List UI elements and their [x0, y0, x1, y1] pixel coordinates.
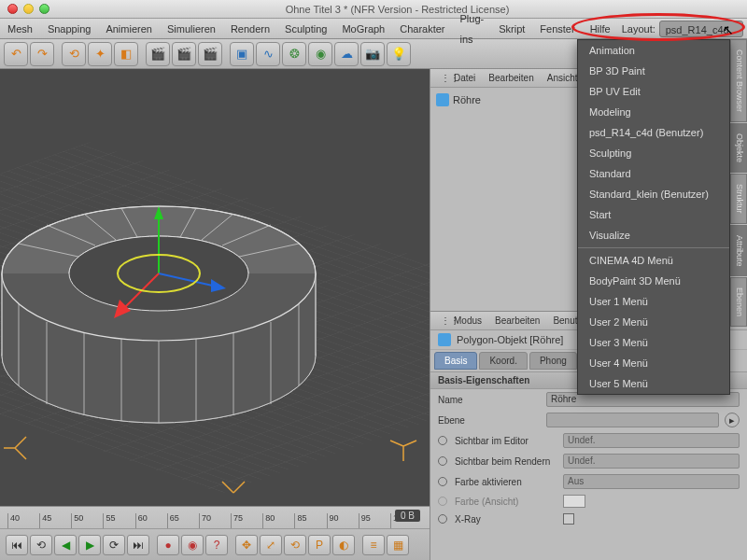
primitive-button[interactable]: ▣ [230, 42, 254, 66]
attr-title: Polygon-Objekt [Röhre] [457, 334, 563, 345]
pla-button[interactable]: ◐ [332, 535, 355, 555]
key-options-button[interactable]: ? [205, 535, 228, 555]
scale-key-button[interactable]: ⤢ [260, 535, 282, 555]
radio-icon[interactable] [438, 456, 447, 466]
dope-button[interactable]: ▦ [387, 535, 409, 555]
fcurve-button[interactable]: ≡ [362, 535, 385, 555]
xray-checkbox[interactable] [563, 513, 574, 525]
polygon-icon [438, 333, 451, 346]
dd-psd[interactable]: psd_R14_c4d (Benutzer) [578, 122, 729, 143]
prop-label-xr: X-Ray [455, 514, 557, 525]
camera-button[interactable]: 📷 [360, 42, 385, 66]
obj-menu-file[interactable]: Datei [447, 73, 482, 83]
attr-menu-mode[interactable]: Modus [447, 315, 488, 326]
menu-simulate[interactable]: Simulieren [160, 19, 223, 39]
render-settings-button[interactable]: 🎬 [198, 42, 222, 66]
light-button[interactable]: 💡 [387, 42, 411, 66]
close-icon[interactable] [7, 4, 18, 14]
color-activate-select[interactable]: Aus [563, 474, 740, 489]
render-region-button[interactable]: 🎬 [172, 42, 196, 66]
render-button[interactable]: 🎬 [146, 42, 170, 66]
dd-user4[interactable]: User 4 Menü [578, 353, 729, 373]
menu-sculpting[interactable]: Sculpting [277, 19, 334, 39]
menu-script[interactable]: Skript [491, 19, 532, 39]
rotate-key-button[interactable]: ⟲ [284, 535, 306, 555]
layer-picker-icon[interactable]: ▸ [725, 413, 740, 427]
next-key-button[interactable]: ⟳ [103, 535, 125, 555]
attr-menu-edit[interactable]: Bearbeiten [488, 315, 546, 326]
dd-bp3dpaint[interactable]: BP 3D Paint [578, 61, 729, 81]
side-tab-structure[interactable]: Struktur [730, 174, 747, 224]
dd-modeling[interactable]: Modeling [578, 102, 729, 122]
radio-icon[interactable] [438, 436, 447, 445]
menu-help[interactable]: Hilfe [583, 19, 618, 39]
axis-button[interactable]: ✦ [88, 42, 112, 66]
timeline-panel: 40 45 50 55 60 65 70 75 80 85 90 95 100 … [0, 506, 430, 560]
deformer-button[interactable]: ◉ [308, 42, 332, 66]
dd-user1[interactable]: User 1 Menü [578, 291, 729, 312]
goto-start-button[interactable]: ⏮ [6, 535, 28, 555]
tab-koord[interactable]: Koord. [479, 352, 527, 370]
menu-plugins[interactable]: Plug-ins [453, 8, 492, 49]
param-key-button[interactable]: P [308, 535, 331, 555]
3d-viewport[interactable] [0, 69, 430, 506]
prop-label-se: Sichtbar im Editor [455, 436, 557, 446]
autokey-button[interactable]: ◉ [181, 535, 204, 555]
move-key-button[interactable]: ✥ [235, 535, 258, 555]
rotate-button[interactable]: ⟲ [62, 42, 86, 66]
menu-snapping[interactable]: Snapping [40, 19, 99, 39]
dropdown-separator [578, 247, 729, 248]
dd-start[interactable]: Start [578, 204, 729, 225]
dd-c4dmenu[interactable]: CINEMA 4D Menü [578, 250, 729, 271]
timeline-ruler[interactable]: 40 45 50 55 60 65 70 75 80 85 90 95 100 … [0, 507, 430, 529]
dd-bpuvedit[interactable]: BP UV Edit [578, 81, 729, 102]
side-tabs: Content Browser Objekte Struktur Attribu… [730, 39, 747, 328]
redo-button[interactable]: ↷ [30, 42, 54, 66]
play-button[interactable]: ▶ [78, 535, 101, 555]
menu-animate[interactable]: Animieren [98, 19, 160, 39]
editor-vis-select[interactable]: Undef. [563, 433, 740, 448]
side-tab-attributes[interactable]: Attribute [730, 225, 747, 277]
prev-key-button[interactable]: ⟲ [30, 535, 52, 555]
render-vis-select[interactable]: Undef. [563, 454, 740, 469]
menu-render[interactable]: Rendern [223, 19, 277, 39]
dd-standard[interactable]: Standard [578, 163, 729, 184]
tab-phong[interactable]: Phong [529, 352, 577, 370]
cube-button[interactable]: ◧ [114, 42, 138, 66]
obj-menu-edit[interactable]: Bearbeiten [482, 73, 540, 83]
menu-mesh[interactable]: Mesh [0, 19, 40, 39]
environment-button[interactable]: ☁ [334, 42, 359, 66]
polygon-icon [436, 93, 449, 106]
play-back-button[interactable]: ◀ [54, 535, 77, 555]
dd-animation[interactable]: Animation [578, 40, 729, 61]
dd-sculpting[interactable]: Sculpting [578, 143, 729, 163]
side-tab-objects[interactable]: Objekte [730, 123, 747, 173]
zoom-icon[interactable] [39, 4, 49, 14]
dd-user2[interactable]: User 2 Menü [578, 312, 729, 332]
prop-label-ebene: Ebene [438, 415, 541, 426]
window-titlebar: Ohne Titel 3 * (NFR Version - Restricted… [0, 0, 747, 19]
layer-field[interactable] [546, 413, 719, 427]
dd-standardklein[interactable]: Standard_klein (Benutzer) [578, 184, 729, 204]
radio-icon[interactable] [438, 477, 447, 486]
menu-mograph[interactable]: MoGraph [334, 19, 392, 39]
cursor-icon: ↖ [723, 22, 734, 37]
prop-label-sr: Sichtbar beim Rendern [455, 456, 557, 467]
side-tab-content[interactable]: Content Browser [730, 39, 747, 122]
minimize-icon[interactable] [23, 4, 34, 14]
undo-button[interactable]: ↶ [4, 42, 28, 66]
dd-user3[interactable]: User 3 Menü [578, 332, 729, 353]
side-tab-layers[interactable]: Ebenen [730, 277, 747, 327]
viewport-svg [0, 69, 430, 506]
record-button[interactable]: ● [157, 535, 179, 555]
dd-bpmenu[interactable]: BodyPaint 3D Menü [578, 271, 729, 291]
spline-button[interactable]: ∿ [256, 42, 280, 66]
generator-button[interactable]: ❂ [282, 42, 306, 66]
menu-character[interactable]: Charakter [392, 19, 452, 39]
tab-basis[interactable]: Basis [434, 352, 477, 370]
menu-window[interactable]: Fenster [532, 19, 582, 39]
radio-icon[interactable] [438, 514, 447, 524]
dd-user5[interactable]: User 5 Menü [578, 373, 729, 394]
dd-visualize[interactable]: Visualize [578, 225, 729, 245]
goto-end-button[interactable]: ⏭ [127, 535, 149, 555]
